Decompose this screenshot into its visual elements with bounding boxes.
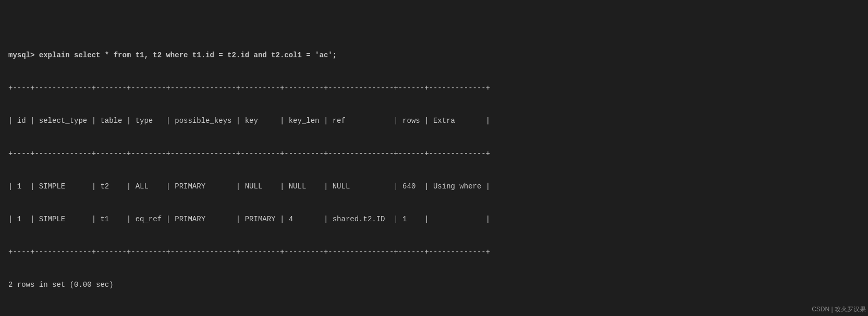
block1-section: mysql> explain select * from t1, t2 wher… [8,28,860,312]
terminal-output: mysql> explain select * from t1, t2 wher… [8,6,860,316]
block1-result: 2 rows in set (0.00 sec) [8,280,860,290]
block1-header: | id | select_type | table | type | poss… [8,116,860,127]
watermark: CSDN | 攻火罗汉果 [812,305,866,314]
block1-border-bot: +----+-------------+-------+--------+---… [8,247,860,258]
block1-border-top: +----+-------------+-------+--------+---… [8,83,860,94]
block1-border-mid: +----+-------------+-------+--------+---… [8,148,860,159]
block1-row1: | 1 | SIMPLE | t2 | ALL | PRIMARY | NULL… [8,181,860,192]
block1-command: mysql> explain select * from t1, t2 wher… [8,50,860,61]
block1-row2: | 1 | SIMPLE | t1 | eq_ref | PRIMARY | P… [8,214,860,225]
